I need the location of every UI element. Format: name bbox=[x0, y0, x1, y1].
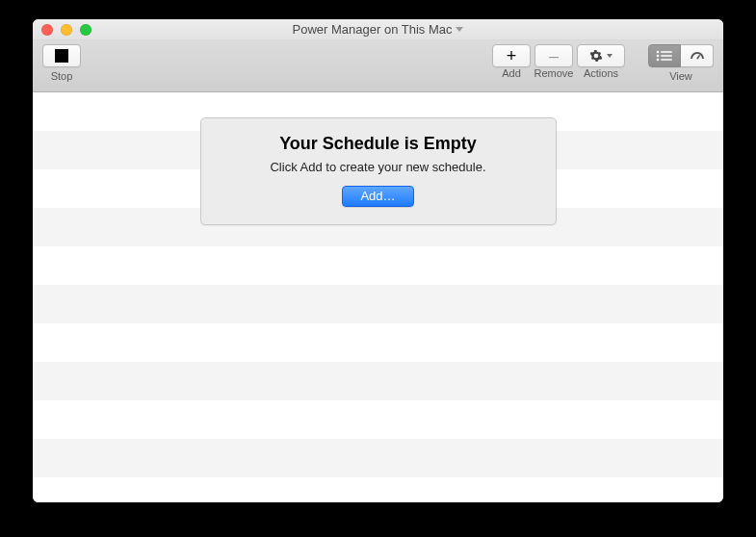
plus-icon: + bbox=[507, 47, 517, 64]
remove-button[interactable]: – bbox=[534, 44, 573, 67]
toolbar: Stop + – Add Remove bbox=[33, 40, 723, 92]
list-icon bbox=[656, 50, 673, 62]
app-window: Power Manager on This Mac Stop + – bbox=[33, 19, 723, 502]
toolbar-view-group: View bbox=[648, 44, 714, 82]
list-row bbox=[33, 323, 723, 362]
view-button-label: View bbox=[669, 70, 692, 82]
svg-rect-1 bbox=[661, 51, 672, 53]
list-row bbox=[33, 400, 723, 439]
empty-title: Your Schedule is Empty bbox=[221, 134, 536, 154]
gauge-icon bbox=[690, 50, 705, 62]
toolbar-edit-group: + – Add Remove Actions bbox=[492, 44, 625, 79]
empty-subtitle: Click Add to create your new schedule. bbox=[221, 160, 536, 174]
chevron-down-icon bbox=[456, 27, 463, 32]
svg-rect-3 bbox=[661, 55, 672, 57]
svg-rect-6 bbox=[696, 55, 700, 60]
list-row bbox=[33, 362, 723, 400]
chevron-down-icon bbox=[607, 54, 613, 58]
svg-point-2 bbox=[657, 55, 660, 58]
window-title: Power Manager on This Mac bbox=[293, 22, 453, 37]
stop-button-label: Stop bbox=[51, 70, 73, 82]
list-row bbox=[33, 246, 723, 285]
list-row bbox=[33, 477, 723, 502]
list-row bbox=[33, 439, 723, 477]
view-gauge-button[interactable] bbox=[681, 44, 714, 67]
svg-point-4 bbox=[657, 59, 660, 62]
svg-rect-5 bbox=[661, 59, 672, 61]
actions-button-label: Actions bbox=[577, 67, 625, 79]
add-button[interactable]: + bbox=[492, 44, 531, 67]
view-list-button[interactable] bbox=[648, 44, 681, 67]
add-button-label: Add bbox=[492, 67, 531, 79]
toolbar-stop-group: Stop bbox=[42, 44, 81, 82]
stop-icon bbox=[55, 49, 68, 63]
empty-state-card: Your Schedule is Empty Click Add to crea… bbox=[200, 117, 557, 225]
minimize-icon[interactable] bbox=[61, 24, 72, 36]
list-row bbox=[33, 285, 723, 323]
gear-icon bbox=[589, 49, 603, 63]
zoom-icon[interactable] bbox=[80, 24, 91, 36]
remove-button-label: Remove bbox=[531, 67, 577, 79]
schedule-list: Your Schedule is Empty Click Add to crea… bbox=[33, 92, 723, 502]
window-title-dropdown[interactable]: Power Manager on This Mac bbox=[293, 22, 464, 37]
svg-point-0 bbox=[657, 51, 660, 54]
titlebar: Power Manager on This Mac bbox=[33, 19, 723, 40]
minus-icon: – bbox=[549, 47, 559, 64]
add-schedule-button[interactable]: Add… bbox=[342, 186, 413, 207]
actions-button[interactable] bbox=[577, 44, 625, 67]
stop-button[interactable] bbox=[42, 44, 81, 67]
close-icon[interactable] bbox=[41, 24, 53, 36]
window-controls bbox=[41, 24, 91, 36]
